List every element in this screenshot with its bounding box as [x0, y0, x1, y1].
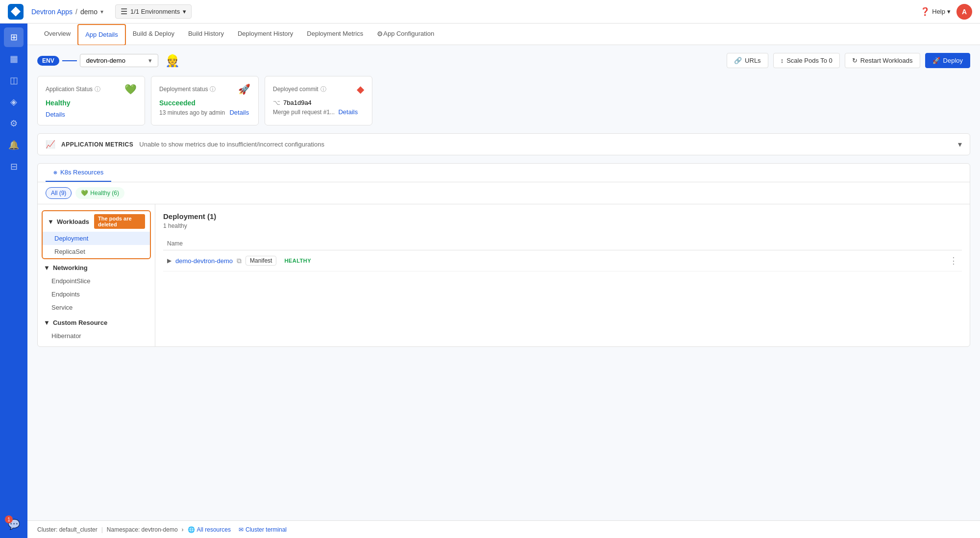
- urls-button[interactable]: 🔗 URLs: [727, 53, 768, 68]
- k8s-section: ⎈ K8s Resources All (9) 💚 Healthy (6): [37, 163, 970, 347]
- k8s-tabs: ⎈ K8s Resources: [38, 164, 970, 182]
- deploy-button[interactable]: 🚀 Deploy: [925, 53, 970, 68]
- custom-resource-collapse-icon: ▼: [44, 319, 50, 326]
- resource-name[interactable]: demo-devtron-demo: [175, 257, 233, 265]
- tree-item-endpoints[interactable]: Endpoints: [38, 288, 155, 301]
- deployed-commit-card: Deployed commit ⓘ ◆ ⌥ 7ba1d9a4 Merge pul…: [265, 76, 372, 125]
- application-status-card: Application Status ⓘ 💚 Healthy Details: [37, 76, 145, 125]
- content-area: Overview App Details Build & Deploy Buil…: [27, 24, 980, 538]
- custom-resource-group-header[interactable]: ▼ Custom Resource: [38, 316, 155, 329]
- help-label: Help: [932, 8, 945, 15]
- networking-group-header[interactable]: ▼ Networking: [38, 261, 155, 274]
- restart-icon: ↻: [852, 57, 858, 64]
- sidebar-item-charts[interactable]: ◫: [4, 71, 24, 90]
- networking-collapse-icon: ▼: [44, 264, 50, 271]
- commit-hash: ⌥ 7ba1d9a4: [273, 99, 364, 106]
- table-header-name: Name: [163, 237, 962, 250]
- breadcrumb-project[interactable]: demo: [80, 8, 98, 16]
- user-avatar[interactable]: A: [956, 4, 972, 20]
- apps-icon: ⊞: [10, 32, 18, 43]
- breadcrumb-arrow[interactable]: ▾: [100, 8, 103, 15]
- cluster-terminal-link[interactable]: ✉ Cluster terminal: [239, 526, 287, 533]
- notification-badge: 1: [5, 515, 13, 523]
- status-cards: Application Status ⓘ 💚 Healthy Details D…: [37, 76, 970, 125]
- tree-item-replicaset[interactable]: ReplicaSet: [43, 245, 150, 258]
- sidebar-item-stack[interactable]: ⊟: [4, 157, 24, 176]
- tab-build-deploy[interactable]: Build & Deploy: [126, 24, 181, 45]
- filter-healthy-button[interactable]: 💚 Healthy (6): [75, 187, 124, 199]
- footer-cluster: Cluster: default_cluster: [37, 526, 98, 533]
- tab-app-configuration[interactable]: ⚙ App Configuration: [370, 24, 441, 45]
- sidebar-item-dashboard[interactable]: ▦: [4, 49, 24, 69]
- env-pill: ENV devtron-demo ▾ 👷: [37, 54, 180, 68]
- workloads-box: ▼ Workloads The pods are deleted Deploym…: [42, 210, 151, 259]
- metrics-expand-button[interactable]: ▾: [958, 140, 962, 149]
- notify-icon: 🔔: [8, 140, 19, 150]
- tree-item-endpointslice[interactable]: EndpointSlice: [38, 274, 155, 288]
- dep-status-details-link[interactable]: Details: [229, 109, 249, 116]
- tree-item-deployment[interactable]: Deployment: [43, 232, 150, 245]
- sidebar-item-notify[interactable]: 🔔: [4, 135, 24, 155]
- tree-item-hibernator[interactable]: Hibernator: [38, 329, 155, 342]
- app-status-info-icon: ⓘ: [95, 85, 100, 94]
- page-content: ENV devtron-demo ▾ 👷 🔗 URLs ↕ Sc: [27, 45, 980, 520]
- terminal-icon: ✉: [239, 526, 244, 533]
- tab-app-details[interactable]: App Details: [77, 24, 125, 46]
- security-icon: ◈: [10, 97, 17, 107]
- commit-info-icon: ⓘ: [320, 85, 326, 94]
- detail-panel: Deployment (1) 1 healthy Name ▶ demo-dev…: [155, 204, 970, 346]
- tree-item-service[interactable]: Service: [38, 301, 155, 314]
- filter-all-button[interactable]: All (9): [46, 187, 72, 199]
- breadcrumb-sep: /: [75, 8, 77, 16]
- tree-panel: ▼ Workloads The pods are deleted Deploym…: [38, 204, 155, 346]
- k8s-resources-tab[interactable]: ⎈ K8s Resources: [46, 164, 111, 182]
- top-bar-right: ❓ Help ▾ A: [920, 4, 972, 20]
- dashboard-icon: ▦: [10, 53, 18, 64]
- metrics-message: Unable to show metrics due to insufficie…: [139, 141, 952, 148]
- scale-pods-button[interactable]: ↕ Scale Pods To 0: [773, 53, 840, 68]
- copy-icon[interactable]: ⧉: [237, 257, 242, 265]
- footer-arrow: ›: [182, 526, 184, 533]
- breadcrumb: Devtron Apps / demo ▾: [31, 8, 103, 16]
- tab-overview[interactable]: Overview: [37, 24, 77, 45]
- deployment-status-card: Deployment status ⓘ 🚀 Succeeded 13 minut…: [151, 76, 259, 125]
- app-status-details-link[interactable]: Details: [46, 111, 137, 118]
- metrics-section: 📈 APPLICATION METRICS Unable to show met…: [37, 133, 970, 155]
- sidebar-item-discord[interactable]: 💬 1: [4, 514, 24, 534]
- sidebar-item-security[interactable]: ◈: [4, 92, 24, 112]
- tab-build-history[interactable]: Build History: [181, 24, 231, 45]
- sidebar-item-config[interactable]: ⚙: [4, 114, 24, 133]
- dep-status-value: Succeeded: [159, 99, 250, 107]
- help-button[interactable]: ❓ Help ▾: [920, 7, 951, 16]
- chart-icon: 📈: [46, 140, 55, 149]
- k8s-body: ▼ Workloads The pods are deleted Deploym…: [38, 204, 970, 346]
- env-count-label: 1/1 Environments: [130, 8, 180, 15]
- help-arrow: ▾: [947, 8, 951, 15]
- app-logo: [8, 4, 24, 20]
- workloads-collapse-icon: ▼: [48, 218, 54, 225]
- scale-icon: ↕: [781, 57, 784, 64]
- filter-bar: All (9) 💚 Healthy (6): [38, 182, 970, 204]
- env-dropdown[interactable]: devtron-demo ▾: [80, 54, 158, 67]
- restart-workloads-button[interactable]: ↻ Restart Workloads: [845, 53, 920, 68]
- env-selector[interactable]: ☰ 1/1 Environments ▾: [115, 4, 192, 19]
- env-count-arrow: ▾: [183, 8, 186, 15]
- resource-expand-arrow[interactable]: ▶: [167, 257, 172, 264]
- more-options-button[interactable]: ⋮: [949, 255, 958, 266]
- nav-tabs: Overview App Details Build & Deploy Buil…: [27, 24, 980, 45]
- footer-namespace: Namespace: devtron-demo: [107, 526, 178, 533]
- commit-details-link[interactable]: Details: [338, 108, 358, 116]
- top-bar: Devtron Apps / demo ▾ ☰ 1/1 Environments…: [0, 0, 980, 24]
- tab-deployment-history[interactable]: Deployment History: [231, 24, 300, 45]
- app-status-title: Application Status: [46, 86, 93, 93]
- breadcrumb-appname[interactable]: Devtron Apps: [31, 8, 73, 16]
- app-status-value: Healthy: [46, 99, 137, 107]
- sidebar-bottom: 💬 1: [4, 514, 24, 534]
- metrics-title: APPLICATION METRICS: [61, 141, 133, 148]
- sidebar-item-apps[interactable]: ⊞: [4, 27, 24, 47]
- env-avatar-icon[interactable]: 👷: [165, 54, 180, 68]
- workloads-group-header[interactable]: ▼ Workloads The pods are deleted: [43, 211, 150, 232]
- tab-deployment-metrics[interactable]: Deployment Metrics: [300, 24, 370, 45]
- all-resources-link[interactable]: 🌐 All resources: [188, 526, 231, 533]
- manifest-button[interactable]: Manifest: [245, 256, 276, 266]
